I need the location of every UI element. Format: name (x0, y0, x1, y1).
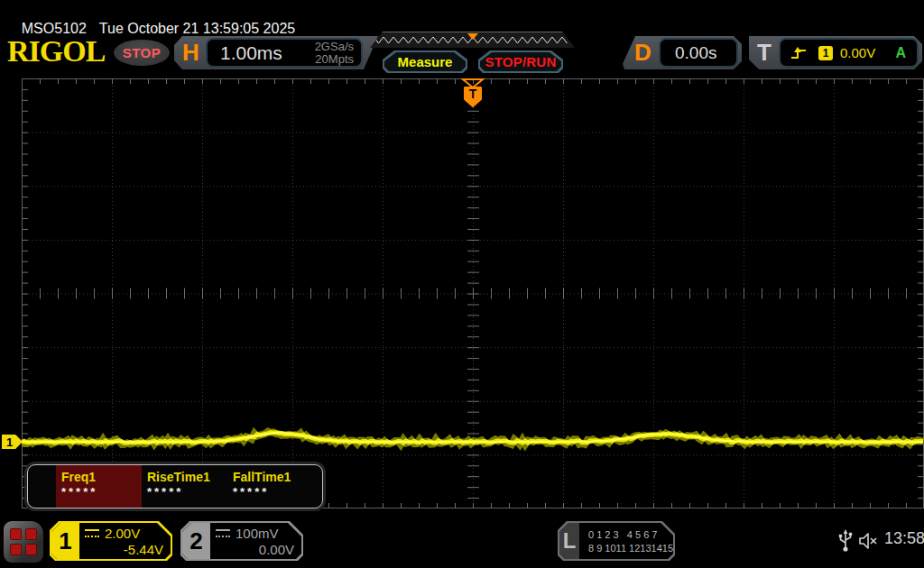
trigger-label: T (757, 39, 772, 67)
logic-channel-numbers: 0 1 2 3 4 5 6 78 9 1011 12131415 (579, 523, 673, 559)
channel1-position-marker[interactable]: 1 (2, 435, 23, 449)
clock: 13:58 (884, 529, 924, 548)
measurement-freq1[interactable]: Freq1 ***** (56, 465, 142, 508)
channel2-status[interactable]: 2 100mV 0.00V (180, 521, 303, 561)
trigger-source-badge: 1 (818, 46, 833, 60)
trigger-position-marker[interactable]: T (461, 78, 485, 109)
grid-menu-icon[interactable] (4, 521, 43, 563)
sample-rate: 2GSa/s (315, 40, 354, 53)
stop-run-button[interactable]: STOP/RUN (478, 50, 563, 73)
run-state-badge: STOP (114, 40, 170, 66)
horizontal-label: H (182, 39, 199, 67)
trigger-marker-letter: T (469, 87, 477, 101)
trigger-level: 0.00V (840, 45, 875, 60)
waveform-overview-strip[interactable] (370, 32, 575, 48)
oscilloscope-screen: MSO5102Tue October 21 13:59:05 2025 RIGO… (0, 0, 924, 568)
usb-icon (837, 528, 854, 554)
channel1-scale: 2.00V (105, 526, 140, 541)
measurement-results-box: Freq1 ***** RiseTime1 ***** FallTime1 **… (27, 464, 323, 508)
dc-coupling-icon (216, 529, 230, 537)
channel1-status[interactable]: 1 2.00V -5.44V (50, 521, 172, 561)
trigger-sweep-mode: A (895, 45, 906, 61)
channel1-waveform (22, 78, 924, 508)
speaker-muted-icon (857, 531, 881, 551)
channel2-offset: 0.00V (216, 542, 294, 557)
logic-channels-status[interactable]: L 0 1 2 3 4 5 6 78 9 1011 12131415 (558, 521, 675, 561)
datetime: Tue October 21 13:59:05 2025 (99, 21, 295, 36)
channel2-number: 2 (182, 523, 210, 559)
rigol-logo: RIGOL (7, 34, 105, 69)
channel2-scale: 100mV (236, 526, 279, 541)
measure-button[interactable]: Measure (383, 50, 467, 73)
overview-trigger-marker-icon (467, 33, 478, 40)
dc-coupling-icon (85, 529, 99, 537)
trigger-panel[interactable]: T 1 0.00V A (749, 36, 922, 69)
memory-depth: 20Mpts (315, 52, 354, 66)
delay-panel[interactable]: D 0.00s (623, 36, 742, 69)
rising-edge-icon (790, 45, 809, 61)
delay-value: 0.00s (675, 43, 716, 63)
delay-label: D (634, 39, 651, 67)
timebase-value: 1.00ms (220, 42, 315, 64)
channel1-offset: -5.44V (85, 542, 163, 557)
graticule (22, 78, 924, 508)
overview-zigzag (370, 32, 575, 48)
channel1-number: 1 (51, 523, 79, 559)
acquisition-info: 2GSa/s 20Mpts (315, 41, 354, 66)
horizontal-panel[interactable]: H 1.00ms 2GSa/s 20Mpts (174, 36, 378, 69)
measurement-risetime1[interactable]: RiseTime1 ***** (142, 465, 227, 508)
measurement-falltime1[interactable]: FallTime1 ***** (227, 465, 313, 508)
